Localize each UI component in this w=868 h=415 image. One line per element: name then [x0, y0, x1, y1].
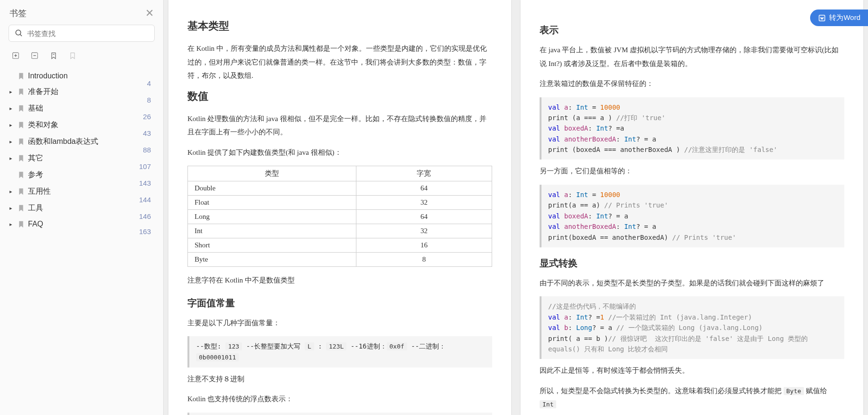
search-box[interactable] — [9, 25, 155, 42]
toc-label: 互用性 — [28, 187, 51, 197]
toc-item[interactable]: Introduction 4 — [5, 68, 159, 84]
sidebar-toolbar — [0, 47, 163, 66]
table-row: Float32 — [188, 196, 492, 210]
toc-item[interactable]: ▸ 工具 146 — [5, 200, 159, 217]
heading-explicit-conversion: 显式转换 — [540, 257, 844, 270]
toc-label: 类和对象 — [28, 120, 58, 130]
code-block: -- 默认 Doubles : 123.5 , 123.5e10 -- Floa… — [187, 413, 492, 415]
table-header: 字宽 — [356, 166, 492, 181]
toc-list: Introduction 4▸ 准备开始 8▸ 基础 26▸ 类和对象 43▸ … — [0, 66, 163, 415]
document-viewer: 基本类型 在 Kotlin 中，所有变量的成员方法和属性都是一个对象。一些类型是… — [164, 0, 868, 415]
chevron-right-icon: ▸ — [9, 155, 16, 161]
search-input[interactable] — [27, 29, 149, 38]
chevron-right-icon: ▸ — [9, 205, 16, 211]
code-block: val a: Int = 10000 print (a === a ) //打印… — [540, 97, 844, 160]
toc-item[interactable]: 参考 143 — [5, 167, 159, 183]
bookmark-icon — [18, 105, 24, 112]
close-icon[interactable]: ✕ — [145, 8, 154, 19]
table-cell: Double — [188, 181, 356, 196]
page-right: 表示 在 java 平台上，数值被 JVM 虚拟机以字节码的方式物理存储的，除非… — [521, 0, 863, 415]
paragraph: Kotlin 提供了如下内建数值类型(和 java 很相似)： — [187, 146, 492, 160]
bookmark-icon — [18, 205, 24, 212]
table-row: Int32 — [188, 224, 492, 238]
paragraph: 所以，短类型是不会隐式转换为长类型的。这意味着我们必须显式转换才能把 Byte … — [540, 384, 844, 411]
add-bookmark-icon[interactable] — [11, 51, 20, 60]
paragraph: 另一方面，它们是值相等的： — [540, 164, 844, 178]
toc-label: FAQ — [28, 220, 43, 228]
table-cell: Float — [188, 196, 356, 210]
bookmark-icon — [18, 122, 24, 129]
paragraph: 由于不同的表示，短类型不是长类型的子类型。如果是的话我们就会碰到下面这样的麻烦了 — [540, 276, 844, 290]
toc-label: 工具 — [28, 203, 43, 213]
table-cell: 64 — [356, 181, 492, 196]
toc-item[interactable]: ▸ 函数和lambda表达式 88 — [5, 133, 159, 150]
table-cell: Byte — [188, 253, 356, 267]
paragraph: 在 Kotlin 中，所有变量的成员方法和属性都是一个对象。一些类型是内建的，它… — [187, 42, 492, 83]
table-cell: 16 — [356, 238, 492, 253]
toc-label: 函数和lambda表达式 — [28, 137, 98, 147]
chevron-right-icon: ▸ — [9, 122, 16, 128]
convert-label: 转为Word — [829, 13, 860, 22]
page-left: 基本类型 在 Kotlin 中，所有变量的成员方法和属性都是一个对象。一些类型是… — [168, 0, 511, 415]
heading-basic-types: 基本类型 — [187, 19, 492, 33]
bookmark-outline-icon[interactable] — [68, 51, 77, 60]
table-cell: 32 — [356, 196, 492, 210]
table-cell: Int — [188, 224, 356, 238]
toc-item[interactable]: ▸ 其它 107 — [5, 150, 159, 167]
toc-item[interactable]: ▸ FAQ 163 — [5, 217, 159, 232]
bookmark-icon — [18, 221, 24, 228]
toc-label: Introduction — [28, 72, 68, 80]
code-block: val a: Int = 10000 print(a == a) // Prin… — [540, 185, 844, 247]
heading-representation: 表示 — [540, 24, 844, 37]
heading-numbers: 数值 — [187, 89, 492, 104]
paragraph: 在 java 平台上，数值被 JVM 虚拟机以字节码的方式物理存储的，除非我们需… — [540, 43, 844, 70]
paragraph: 注意不支持８进制 — [187, 372, 492, 386]
remove-bookmark-icon[interactable] — [30, 51, 39, 60]
toc-label: 参考 — [28, 170, 43, 180]
table-row: Byte8 — [188, 253, 492, 267]
bookmark-icon — [18, 155, 24, 162]
svg-point-0 — [16, 30, 21, 35]
svg-line-1 — [20, 34, 22, 36]
paragraph: 主要是以下几种字面值常量： — [187, 316, 492, 330]
toc-label: 准备开始 — [28, 87, 58, 97]
bookmark-icon — [18, 188, 24, 195]
chevron-right-icon: ▸ — [9, 89, 16, 95]
toc-item[interactable]: ▸ 互用性 144 — [5, 183, 159, 200]
table-header: 类型 — [188, 166, 356, 181]
code-block: --数型: 123 --长整型要加大写 L : 123L --16进制：0x0f… — [187, 336, 492, 368]
convert-icon — [818, 14, 826, 22]
bookmark-icon — [18, 171, 24, 179]
paragraph: Kotlin 处理数值的方法和 java 很相似，但不是完全一样。比如，不存在隐… — [187, 112, 492, 139]
sidebar-title: 书签 — [9, 8, 27, 19]
table-cell: Long — [188, 210, 356, 224]
toc-page-number: 163 — [139, 227, 151, 236]
chevron-right-icon: ▸ — [9, 105, 16, 112]
paragraph: 注意装箱过的数值是不保留特征的： — [540, 77, 844, 91]
table-row: Short16 — [188, 238, 492, 253]
toc-label: 其它 — [28, 153, 43, 163]
toc-item[interactable]: ▸ 基础 26 — [5, 100, 159, 117]
paragraph: Kotlin 也支持传统的浮点数表示： — [187, 392, 492, 406]
bookmarks-sidebar: 书签 ✕ Introduction 4▸ 准备开始 8▸ 基础 26▸ 类和对象… — [0, 0, 164, 415]
search-icon — [15, 29, 23, 38]
convert-to-word-button[interactable]: 转为Word — [810, 9, 868, 26]
table-cell: 64 — [356, 210, 492, 224]
table-cell: Short — [188, 238, 356, 253]
paragraph: 注意字符在 Kotlin 中不是数值类型 — [187, 274, 492, 287]
table-cell: 8 — [356, 253, 492, 267]
toc-item[interactable]: ▸ 类和对象 43 — [5, 117, 159, 133]
bookmark-icon — [18, 138, 24, 145]
heading-literals: 字面值常量 — [187, 297, 492, 310]
bookmark-icon — [18, 73, 24, 80]
table-row: Long64 — [188, 210, 492, 224]
paragraph: 因此不止是恒等，有时候连等于都会悄悄丢失。 — [540, 364, 844, 377]
bookmark-icon — [18, 88, 24, 95]
table-cell: 32 — [356, 224, 492, 238]
chevron-right-icon: ▸ — [9, 139, 16, 145]
toc-label: 基础 — [28, 104, 43, 113]
code-block: //这是些伪代码，不能编译的 val a: Int? =1 //一个装箱过的 I… — [540, 296, 844, 359]
toc-item[interactable]: ▸ 准备开始 8 — [5, 84, 159, 100]
bookmark-icon[interactable] — [49, 51, 58, 60]
types-table: 类型 字宽 Double64Float32Long64Int32Short16B… — [187, 166, 492, 267]
